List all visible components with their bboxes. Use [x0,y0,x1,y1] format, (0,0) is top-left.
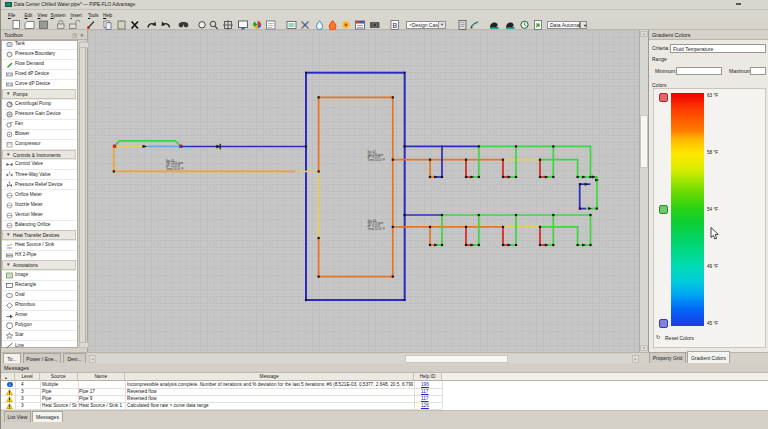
svg-text:Temp 54.00 °F: Temp 54.00 °F [368,227,386,231]
svg-text:Temp 54.00 °F: Temp 54.00 °F [368,158,386,162]
svg-text:B: B [393,22,398,29]
svg-text:Temp 54.00 °F: Temp 54.00 °F [166,167,184,171]
